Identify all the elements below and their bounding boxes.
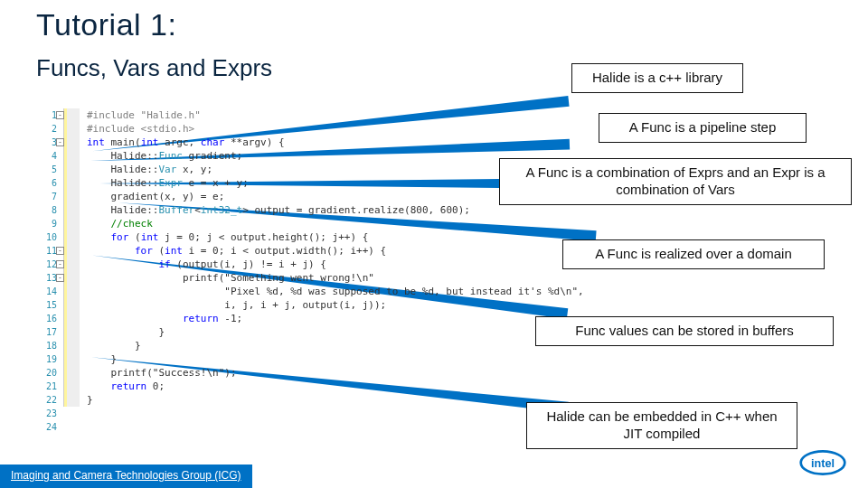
fold-icon[interactable]: - <box>56 111 64 119</box>
line-number: 5 <box>37 163 57 176</box>
callout-embed: Halide can be embedded in C++ when JIT c… <box>526 402 797 449</box>
fold-icon[interactable]: - <box>56 260 64 268</box>
line-number: 15 <box>37 298 57 312</box>
code-line: } <box>64 393 542 407</box>
line-number: 3 <box>37 136 57 149</box>
line-number: 14 <box>37 285 57 298</box>
code-line: #include <stdio.h> <box>64 122 542 136</box>
line-number: 16 <box>37 312 57 325</box>
callout-buffers: Func values can be stored in buffers <box>535 316 834 346</box>
code-block: 123456789101112131415161718192021222324 … <box>63 108 542 407</box>
code-line: Halide::Buffer<int32_t> output = gradien… <box>64 203 542 217</box>
line-number: 9 <box>37 217 57 230</box>
footer-group-label: Imaging and Camera Technologies Group (I… <box>0 465 252 488</box>
code-line: //check <box>64 217 542 230</box>
code-line: } <box>64 325 542 339</box>
code-line: return -1; <box>64 312 542 325</box>
line-number: 1 <box>37 108 57 122</box>
line-number: 18 <box>37 339 57 352</box>
line-number: 2 <box>37 122 57 136</box>
line-number: 20 <box>37 366 57 380</box>
line-number: 21 <box>37 380 57 393</box>
code-line: } <box>64 352 542 366</box>
line-number: 17 <box>37 325 57 339</box>
line-number: 19 <box>37 352 57 366</box>
slide-subtitle: Funcs, Vars and Exprs <box>36 54 272 82</box>
line-number: 22 <box>37 393 57 407</box>
fold-icon[interactable]: - <box>56 274 64 282</box>
fold-icon[interactable]: - <box>56 247 64 255</box>
code-line: for (int j = 0; j < output.height(); j++… <box>64 230 542 244</box>
slide-title: Tutorial 1: <box>36 7 176 42</box>
code-line: i, j, i + j, output(i, j)); <box>64 298 542 312</box>
callout-func-step: A Func is a pipeline step <box>599 113 807 143</box>
code-line: int main(int argc, char **argv) { <box>64 136 542 149</box>
code-line: "Pixel %d, %d was supposed to be %d, but… <box>64 285 542 298</box>
line-number: 12 <box>37 258 57 271</box>
code-line: for (int i = 0; i < output.width(); i++)… <box>64 244 542 258</box>
code-line: #include "Halide.h" <box>64 108 542 122</box>
code-line: return 0; <box>64 380 542 393</box>
code-line: gradient(x, y) = e; <box>64 190 542 203</box>
intel-logo-icon: intel <box>797 446 848 479</box>
code-line: Halide::Func gradient; <box>64 149 542 163</box>
svg-text:intel: intel <box>811 457 835 470</box>
line-number: 24 <box>37 420 57 434</box>
line-number: 13 <box>37 271 57 285</box>
line-number-gutter: 123456789101112131415161718192021222324 <box>37 108 57 434</box>
line-number: 11 <box>37 244 57 258</box>
code-line: } <box>64 339 542 352</box>
code-line: printf("Success!\n"); <box>64 366 542 380</box>
callout-library: Halide is a c++ library <box>571 63 743 93</box>
line-number: 7 <box>37 190 57 203</box>
code-line: Halide::Var x, y; <box>64 163 542 176</box>
line-number: 8 <box>37 203 57 217</box>
line-number: 6 <box>37 176 57 190</box>
code-line: printf("Something went wrong!\n" <box>64 271 542 285</box>
code-lines: #include "Halide.h"-#include <stdio.h>in… <box>64 108 542 407</box>
callout-realize: A Func is realized over a domain <box>562 239 825 269</box>
line-number: 23 <box>37 407 57 420</box>
callout-func-expr: A Func is a combination of Exprs and an … <box>499 158 852 205</box>
fold-icon[interactable]: - <box>56 138 64 146</box>
code-line: Halide::Expr e = x + y; <box>64 176 542 190</box>
line-number: 10 <box>37 230 57 244</box>
line-number: 4 <box>37 149 57 163</box>
code-line: if (output(i, j) != i + j) { <box>64 258 542 271</box>
